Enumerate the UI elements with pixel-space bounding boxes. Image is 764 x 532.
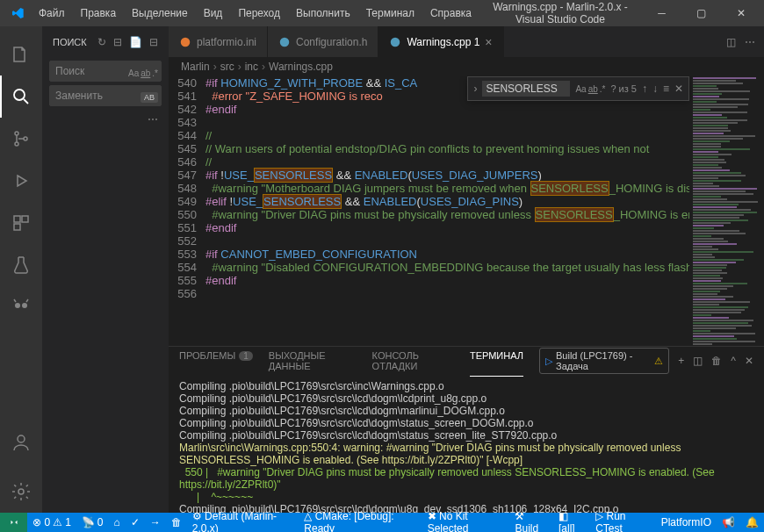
status-errors[interactable]: ⊗0 ⚠1 [27, 513, 76, 532]
task-badge[interactable]: ▷ Build (LPC1769) - Задача ⚠ [539, 348, 669, 374]
sidebar-title: ПОИСК [53, 37, 87, 47]
svg-rect-6 [14, 224, 20, 230]
preserve-case-icon[interactable]: AB [141, 92, 158, 103]
maximize-button[interactable]: ▢ [681, 0, 721, 26]
bottom-panel: ПРОБЛЕМЫ1ВЫХОДНЫЕ ДАННЫЕКОНСОЛЬ ОТЛАДКИТ… [169, 346, 764, 513]
status-feedback[interactable]: 📢 [717, 516, 740, 528]
clear-icon[interactable]: ⊟ [113, 36, 122, 48]
activity-scm[interactable] [0, 118, 42, 160]
svg-point-10 [18, 489, 24, 494]
find-prev-icon[interactable]: ↑ [642, 83, 647, 95]
find-regex-icon[interactable]: .* [600, 84, 606, 94]
breadcrumb-seg[interactable]: inc [245, 61, 258, 73]
find-case-icon[interactable]: Aa [575, 84, 586, 94]
status-item[interactable]: ⚙ Default (Marlin-2.0.x) [187, 510, 299, 532]
more-actions-icon[interactable]: ⋯ [745, 36, 755, 48]
new-file-icon[interactable]: 📄 [129, 36, 142, 48]
activity-explorer[interactable] [0, 33, 42, 75]
tab-Warnings.cpp 1[interactable]: Warnings.cpp 1× [378, 26, 503, 57]
close-button[interactable]: ✕ [721, 0, 760, 26]
svg-point-3 [24, 137, 27, 140]
status-item[interactable]: △ CMake: [Debug]: Ready [299, 510, 422, 532]
search-toggle-details[interactable]: ⋯ [42, 113, 169, 126]
menu-Переход[interactable]: Переход [231, 4, 287, 23]
breadcrumb[interactable]: Marlin›src›inc›Warnings.cpp [169, 57, 764, 76]
breadcrumb-seg[interactable]: Marlin [181, 61, 210, 73]
menu-Выделение[interactable]: Выделение [125, 4, 195, 23]
panel-tab-ВЫХОДНЫЕ ДАННЫЕ[interactable]: ВЫХОДНЫЕ ДАННЫЕ [269, 345, 357, 377]
panel-tab-ПРОБЛЕМЫ[interactable]: ПРОБЛЕМЫ1 [179, 345, 253, 377]
svg-point-11 [181, 37, 191, 47]
minimize-button[interactable]: ─ [642, 0, 681, 26]
tab-Configuration.h[interactable]: Configuration.h [268, 26, 378, 57]
find-next-icon[interactable]: ↓ [652, 83, 658, 95]
line-gutter: 5405415425435445455465475485495505515525… [169, 76, 205, 346]
panel-close-icon[interactable]: ✕ [745, 355, 753, 367]
refresh-icon[interactable]: ↻ [97, 36, 106, 48]
menu-Терминал[interactable]: Терминал [359, 4, 422, 23]
menu-Файл[interactable]: Файл [32, 4, 72, 23]
editor-area: platformio.iniConfiguration.hWarnings.cp… [169, 26, 764, 513]
panel-tab-КОНСОЛЬ ОТЛАДКИ[interactable]: КОНСОЛЬ ОТЛАДКИ [372, 345, 454, 377]
activity-settings[interactable] [0, 471, 42, 513]
minimap[interactable] [689, 76, 764, 346]
activity-debug[interactable] [0, 160, 42, 202]
activity-accounts[interactable] [0, 421, 42, 464]
terminal-output[interactable]: Compiling .pio\build\LPC1769\src\src\inc… [169, 375, 764, 513]
find-word-icon[interactable]: ab [588, 84, 598, 94]
tab-close-icon[interactable]: × [485, 35, 492, 49]
find-selection-icon[interactable]: ≡ [663, 83, 669, 95]
status-build[interactable]: → [145, 513, 166, 532]
find-count: ? из 5 [610, 83, 637, 94]
status-check[interactable]: ✓ [126, 513, 145, 532]
menu-Выполнить[interactable]: Выполнить [289, 4, 357, 23]
status-item[interactable]: ⚒ Build [509, 510, 553, 532]
vscode-icon [11, 6, 25, 20]
status-ports[interactable]: 📡 0 [76, 513, 109, 532]
breadcrumb-seg[interactable]: src [220, 61, 234, 73]
status-item[interactable]: ✖ No Kit Selected [422, 510, 510, 532]
status-bell[interactable]: 🔔 [740, 516, 764, 528]
panel-split-icon[interactable]: ◫ [693, 355, 703, 367]
find-widget: › Aa ab .* ? из 5 ↑ ↓ ≡ ✕ [467, 76, 689, 101]
svg-point-0 [14, 90, 25, 100]
menu-Справка[interactable]: Справка [423, 4, 479, 23]
svg-rect-4 [14, 216, 20, 222]
panel-tabs: ПРОБЛЕМЫ1ВЫХОДНЫЕ ДАННЫЕКОНСОЛЬ ОТЛАДКИТ… [169, 347, 764, 375]
tab-platformio.ini[interactable]: platformio.ini [169, 26, 268, 57]
breadcrumb-seg[interactable]: Warnings.cpp [269, 61, 333, 73]
svg-point-13 [391, 37, 400, 47]
collapse-icon[interactable]: ⊟ [149, 36, 158, 48]
activity-platformio[interactable] [0, 286, 42, 328]
panel-trash-icon[interactable]: 🗑 [711, 355, 722, 367]
status-platformio[interactable]: PlatformIO [656, 516, 717, 528]
warning-icon: ⚠ [654, 356, 663, 367]
status-item[interactable]: ▷ Run CTest [590, 510, 656, 532]
activity-extensions[interactable] [0, 202, 42, 244]
panel-maximize-icon[interactable]: ^ [731, 355, 736, 367]
activity-search[interactable] [0, 75, 42, 118]
panel-tab-ТЕРМИНАЛ[interactable]: ТЕРМИНАЛ [470, 345, 523, 377]
find-close-icon[interactable]: ✕ [674, 83, 683, 95]
menu-Вид[interactable]: Вид [197, 4, 230, 23]
activity-bar [0, 26, 42, 513]
window-title: Warnings.cpp - Marlin-2.0.x - Visual Stu… [479, 1, 642, 25]
remote-button[interactable] [0, 513, 27, 532]
menu-Правка[interactable]: Правка [74, 4, 124, 23]
match-case-icon[interactable]: Aa [128, 68, 139, 78]
whole-word-icon[interactable]: ab [141, 68, 150, 78]
svg-point-9 [18, 435, 25, 442]
status-trash[interactable]: 🗑 [166, 513, 187, 532]
title-bar: ФайлПравкаВыделениеВидПереходВыполнитьТе… [0, 0, 764, 26]
panel-add-icon[interactable]: + [678, 355, 684, 367]
svg-point-2 [15, 142, 18, 146]
status-item[interactable]: ◧ [all] [553, 510, 590, 532]
find-input[interactable] [482, 81, 570, 97]
svg-point-8 [22, 303, 27, 308]
find-expand-icon[interactable]: › [473, 83, 477, 95]
code-editor[interactable]: #if HOMING_Z_WITH_PROBE && IS_CA #error … [205, 76, 689, 346]
split-editor-icon[interactable]: ◫ [726, 36, 736, 48]
regex-icon[interactable]: .* [152, 68, 158, 78]
status-home[interactable]: ⌂ [109, 513, 126, 532]
activity-test[interactable] [0, 244, 42, 286]
